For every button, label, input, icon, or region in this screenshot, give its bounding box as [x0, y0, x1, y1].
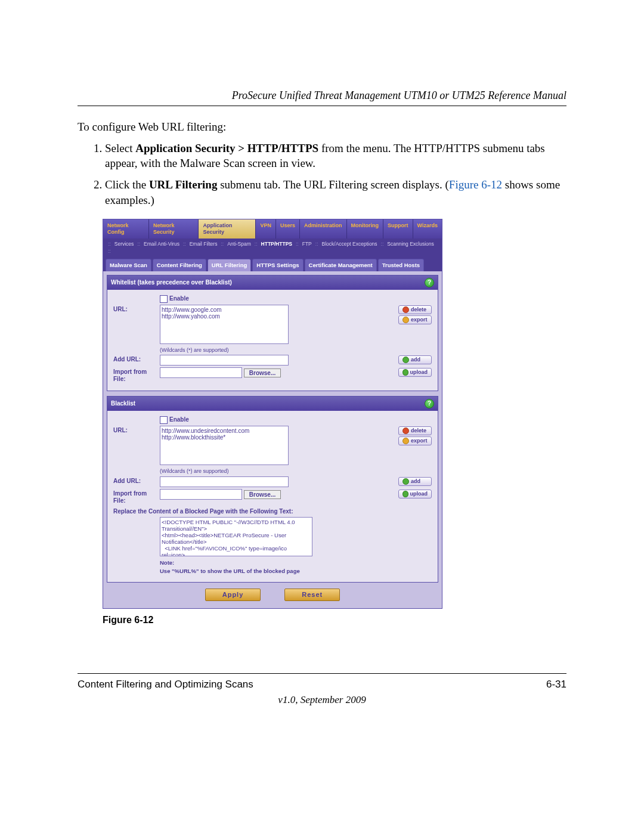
step2-c: submenu tab. The URL Filtering screen di… [217, 178, 448, 191]
top-rule [78, 106, 566, 106]
whitelist-wildcard-hint: (Wildcards (*) are supported) [160, 347, 395, 354]
menu-wizards[interactable]: Wizards [413, 219, 442, 239]
whitelist-addurl-label: Add URL: [113, 355, 160, 363]
note-text: Use "%URL%" to show the URL of the block… [160, 568, 432, 574]
blacklist-wildcard-hint: (Wildcards (*) are supported) [160, 468, 395, 475]
submenu-email-filters[interactable]: Email Filters [188, 241, 219, 247]
blacklist-import-input[interactable] [160, 489, 242, 500]
step2-a: Click the [105, 178, 149, 191]
menu-application-security[interactable]: Application Security [199, 219, 256, 239]
step2-bold: URL Filtering [149, 178, 218, 191]
help-icon[interactable]: ? [425, 278, 434, 287]
menu-network-security[interactable]: Network Security [149, 219, 199, 239]
menu-support[interactable]: Support [383, 219, 413, 239]
blacklist-import-label: Import from File: [113, 489, 160, 504]
delete-icon [402, 428, 409, 434]
main-menu: Network Config Network Security Applicat… [103, 219, 442, 239]
blacklist-browse-button[interactable]: Browse... [244, 490, 281, 499]
submenu-scanning-exclusions[interactable]: Scanning Exclusions [386, 241, 435, 247]
submenu-block-accept[interactable]: Block/Accept Exceptions [321, 241, 379, 247]
blacklist-enable-label: Enable [169, 417, 189, 423]
sub-menu: :: Services:: Email Anti-Virus:: Email F… [103, 239, 442, 256]
whitelist-url-list[interactable] [160, 305, 289, 344]
add-icon [402, 478, 409, 485]
submenu-anti-spam[interactable]: Anti-Spam [226, 241, 252, 247]
apply-button[interactable]: Apply [205, 589, 261, 601]
figure-screenshot: Network Config Network Security Applicat… [103, 219, 566, 609]
utm-ui: Network Config Network Security Applicat… [103, 219, 442, 609]
bottom-rule [78, 673, 566, 674]
steps-list: Select Application Security > HTTP/HTTPS… [78, 141, 566, 208]
note-label: Note: [160, 559, 174, 566]
step1-bold: Application Security > HTTP/HTTPS [135, 142, 318, 154]
upload-icon [402, 491, 408, 497]
footer-version: v1.0, September 2009 [78, 694, 566, 706]
step-1: Select Application Security > HTTP/HTTPS… [105, 141, 566, 171]
submenu-http-https[interactable]: HTTP/HTTPS [260, 241, 293, 247]
whitelist-import-label: Import from File: [113, 367, 160, 383]
tab-malware-scan[interactable]: Malware Scan [106, 259, 151, 271]
submenu-ftp[interactable]: FTP [301, 241, 313, 247]
blacklist-header: Blacklist ? [107, 397, 438, 411]
whitelist-panel: Whitelist (takes precedence over Blackli… [107, 275, 438, 392]
add-icon [402, 357, 409, 363]
reset-button[interactable]: Reset [284, 589, 340, 601]
menu-administration[interactable]: Administration [300, 219, 347, 239]
tab-url-filtering[interactable]: URL Filtering [208, 259, 251, 271]
whitelist-header: Whitelist (takes precedence over Blackli… [107, 275, 438, 290]
blacklist-url-list[interactable] [160, 426, 289, 465]
upload-icon [402, 369, 408, 376]
blacklist-addurl-label: Add URL: [113, 476, 160, 485]
step-2: Click the URL Filtering submenu tab. The… [105, 177, 566, 208]
blacklist-export-button[interactable]: export [398, 436, 432, 445]
menu-users[interactable]: Users [276, 219, 300, 239]
blacklist-upload-button[interactable]: upload [398, 490, 432, 498]
step1-a: Select [105, 142, 135, 154]
figure-caption: Figure 6-12 [103, 615, 566, 625]
whitelist-addurl-input[interactable] [160, 355, 289, 366]
menu-monitoring[interactable]: Monitoring [347, 219, 384, 239]
footer-section-title: Content Filtering and Optimizing Scans [78, 679, 253, 690]
tab-https-settings[interactable]: HTTPS Settings [252, 259, 303, 271]
blacklist-enable-checkbox[interactable] [160, 416, 168, 424]
tab-trusted-hosts[interactable]: Trusted Hosts [378, 259, 424, 271]
help-icon[interactable]: ? [425, 399, 434, 408]
menu-vpn[interactable]: VPN [256, 219, 276, 239]
blacklist-url-label: URL: [113, 426, 160, 434]
step2-figure-link[interactable]: Figure 6-12 [449, 178, 502, 191]
submenu-email-antivirus[interactable]: Email Anti-Virus [143, 241, 181, 247]
whitelist-enable-label: Enable [169, 295, 189, 302]
submenu-tabs: Malware Scan Content Filtering URL Filte… [103, 256, 442, 271]
action-bar: Apply Reset [107, 587, 438, 605]
blacklist-delete-button[interactable]: delete [398, 426, 432, 435]
content-canvas: Whitelist (takes precedence over Blackli… [103, 271, 442, 609]
whitelist-upload-button[interactable]: upload [398, 368, 432, 377]
blacklist-title: Blacklist [111, 400, 135, 407]
tab-certificate-management[interactable]: Certificate Management [305, 259, 377, 271]
footer-page-number: 6-31 [546, 679, 566, 690]
whitelist-url-label: URL: [113, 305, 160, 313]
delete-icon [402, 306, 409, 313]
export-icon [402, 438, 409, 444]
blacklist-addurl-input[interactable] [160, 476, 289, 487]
replace-content-label: Replace the Content of a Blocked Page wi… [113, 508, 432, 515]
whitelist-delete-button[interactable]: delete [398, 305, 432, 314]
whitelist-title: Whitelist (takes precedence over Blackli… [111, 279, 232, 286]
whitelist-enable-checkbox[interactable] [160, 295, 168, 303]
whitelist-import-input[interactable] [160, 367, 242, 378]
whitelist-add-button[interactable]: add [398, 355, 432, 364]
blacklist-add-button[interactable]: add [398, 477, 432, 486]
submenu-services[interactable]: Services [113, 241, 135, 247]
whitelist-browse-button[interactable]: Browse... [244, 368, 281, 377]
blocked-page-text[interactable] [160, 517, 312, 556]
doc-header-title: ProSecure Unified Threat Management UTM1… [78, 89, 566, 102]
tab-content-filtering[interactable]: Content Filtering [153, 259, 206, 271]
intro-text: To configure Web URL filtering: [78, 119, 566, 135]
menu-network-config[interactable]: Network Config [103, 219, 149, 239]
whitelist-export-button[interactable]: export [398, 315, 432, 324]
export-icon [402, 317, 409, 323]
blacklist-panel: Blacklist ? Enable URL: (Wildcards ( [107, 396, 438, 583]
